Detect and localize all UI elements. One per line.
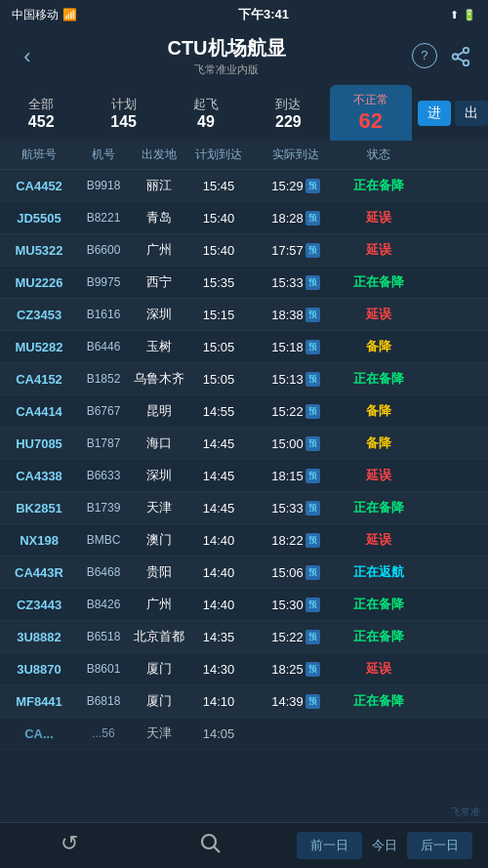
cell-planeno: B8601 [74,662,133,676]
in-button[interactable]: 进 [418,101,451,126]
tab-takeoff-label: 起飞 [193,96,219,113]
pred-badge: 预 [305,469,320,483]
cell-planeno: B6818 [74,694,133,708]
flight-list: CA4452 B9918 丽江 15:45 15:29预 正在备降 JD5505… [0,170,488,718]
app-subtitle: 飞常准业内版 [167,62,285,77]
tab-abnormal[interactable]: 不正常 62 [330,85,412,141]
tab-plan-count: 145 [110,113,137,131]
cell-origin: 北京首都 [133,628,185,645]
cell-planned: 14:45 [185,501,252,516]
refresh-icon: ↺ [61,831,78,856]
share-icon[interactable] [447,43,474,70]
cell-planned: 14:55 [185,404,252,419]
table-row[interactable]: 3U8870 B8601 厦门 14:30 18:25预 延误 [0,653,488,685]
pred-badge: 预 [305,308,320,322]
cell-status: 正在备降 [340,499,418,517]
cell-planeno: B6767 [74,404,133,418]
refresh-button[interactable]: ↺ [61,831,78,860]
cell-status: 延误 [340,467,418,484]
cell-planeno: B6600 [74,243,133,257]
cell-status: 延误 [340,209,418,227]
cell-actual: 18:38预 [252,308,340,322]
cell-planned: 14:35 [185,630,252,644]
table-row[interactable]: CA4452 B9918 丽江 15:45 15:29预 正在备降 [0,170,488,202]
cell-origin: 西宁 [133,273,185,291]
cell-planeno: B6633 [74,469,133,482]
cell-flightno: MU5282 [4,340,74,354]
col-origin: 出发地 [133,146,185,163]
table-row[interactable]: CA4152 B1852 乌鲁木齐 15:05 15:13预 正在备降 [0,363,488,395]
cell-planeno: B9975 [74,275,133,289]
next-day-button[interactable]: 后一日 [407,832,472,859]
cell-origin: 厦门 [133,692,185,710]
table-row[interactable]: NX198 BMBC 澳门 14:40 18:22预 延误 [0,524,488,557]
battery-icon: 🔋 [463,9,476,21]
tab-bar: 全部 452 计划 145 起飞 49 到达 229 不正常 62 进 出 [0,85,488,141]
tab-takeoff-count: 49 [197,113,215,131]
header: ‹ CTU机场航显 飞常准业内版 ? [0,29,488,85]
cell-planned: 15:45 [185,179,252,193]
cell-flightno: MF8441 [4,694,74,709]
cell-actual: 15:22预 [252,404,340,419]
cell-planned: 14:40 [185,565,252,580]
table-row[interactable]: CA4414 B6767 昆明 14:55 15:22预 备降 [0,395,488,428]
cell-flightno: CA443R [4,565,74,580]
table-row[interactable]: CZ3453 B1616 深圳 15:15 18:38预 延误 [0,299,488,331]
col-header: 航班号 机号 出发地 计划到达 实际到达 状态 [0,141,488,170]
cell-flightno: CZ3443 [4,598,74,612]
pred-badge: 预 [305,243,320,258]
cell-status: 正在备降 [340,692,418,710]
cell-planeno: B1852 [74,372,133,386]
tab-all[interactable]: 全部 452 [0,85,82,141]
table-row[interactable]: CA443R B6468 贵阳 14:40 15:06预 正在返航 [0,557,488,589]
table-row[interactable]: 3U8882 B6518 北京首都 14:35 15:22预 正在备降 [0,621,488,653]
table-row[interactable]: MU5322 B6600 广州 15:40 17:57预 延误 [0,234,488,267]
help-icon[interactable]: ? [412,43,437,68]
cell-planeno: B9918 [74,179,133,192]
bottom-left: ↺ [0,831,281,860]
cell-origin: 深圳 [133,306,185,323]
cell-planned: 15:15 [185,308,252,322]
back-button[interactable]: ‹ [14,43,41,70]
out-button[interactable]: 出 [455,101,488,126]
cell-flightno: CA4452 [4,179,74,193]
cell-planned: 14:30 [185,662,252,677]
cell-planeno: B8221 [74,211,133,225]
table-row[interactable]: JD5505 B8221 青岛 15:40 18:28预 延误 [0,202,488,234]
pred-badge: 预 [305,662,320,677]
cell-planned: 14:40 [185,533,252,548]
table-row[interactable]: CA4338 B6633 深圳 14:45 18:15预 延误 [0,460,488,492]
cell-actual: 15:29预 [252,179,340,193]
app-title: CTU机场航显 [167,35,285,62]
pred-badge: 预 [305,436,320,451]
cell-origin: 天津 [133,499,185,517]
svg-line-6 [214,847,220,853]
pred-badge: 预 [305,501,320,516]
tab-abnormal-count: 62 [359,108,383,134]
tab-arrive[interactable]: 到达 229 [247,85,329,141]
prev-day-button[interactable]: 前一日 [297,832,362,859]
cell-actual: 15:13预 [252,372,340,387]
table-row[interactable]: BK2851 B1739 天津 14:45 15:33预 正在备降 [0,492,488,524]
pred-badge: 预 [305,179,320,193]
cell-planned: 15:40 [185,243,252,258]
tab-plan-label: 计划 [111,96,137,113]
cell-planeno: B6468 [74,565,133,579]
tab-all-count: 452 [28,113,55,131]
search-button[interactable] [198,831,222,860]
cell-actual: 15:33预 [252,501,340,516]
table-row[interactable]: CZ3443 B8426 广州 14:40 15:30预 正在备降 [0,589,488,621]
cell-flightno: JD5505 [4,211,74,226]
table-row[interactable]: MU2226 B9975 西宁 15:35 15:33预 正在备降 [0,267,488,299]
carrier-label: 中国移动 [12,7,59,23]
cell-flightno: BK2851 [4,501,74,516]
tab-takeoff[interactable]: 起飞 49 [165,85,247,141]
table-row[interactable]: HU7085 B1787 海口 14:45 15:00预 备降 [0,428,488,460]
table-row[interactable]: MF8441 B6818 厦门 14:10 14:39预 正在备降 [0,685,488,718]
table-row[interactable]: MU5282 B6446 玉树 15:05 15:18预 备降 [0,331,488,363]
cell-planeno: B8426 [74,598,133,611]
pred-badge: 预 [305,340,320,354]
svg-line-4 [458,51,464,55]
tab-plan[interactable]: 计划 145 [82,85,164,141]
header-center: CTU机场航显 飞常准业内版 [167,35,285,77]
